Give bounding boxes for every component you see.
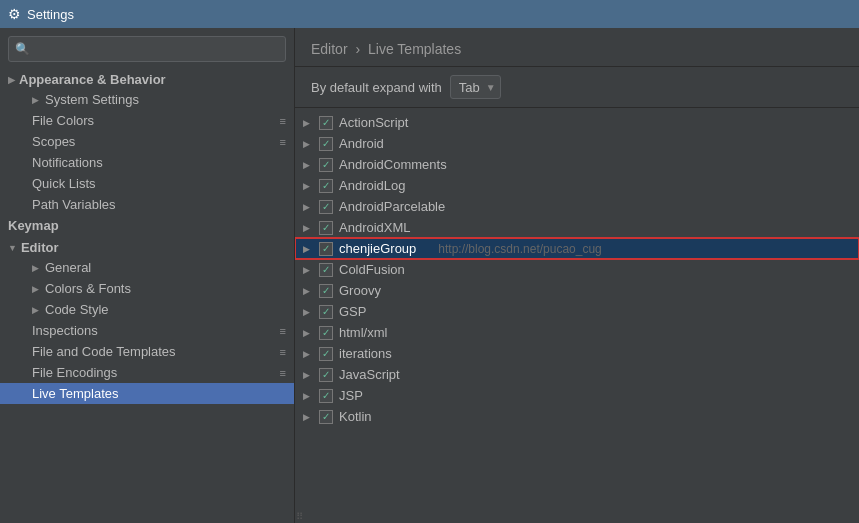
general-label: General <box>45 260 91 275</box>
app-icon: ⚙ <box>8 6 21 22</box>
template-group-item[interactable]: ▶JSP <box>295 385 859 406</box>
template-expand-arrow: ▶ <box>303 118 313 128</box>
template-checkbox[interactable] <box>319 368 333 382</box>
colors-fonts-label: Colors & Fonts <box>45 281 131 296</box>
template-checkbox[interactable] <box>319 326 333 340</box>
sidebar-item-file-code-templates[interactable]: File and Code Templates ≡ <box>0 341 294 362</box>
template-checkbox[interactable] <box>319 242 333 256</box>
sidebar-item-keymap[interactable]: Keymap <box>0 215 294 236</box>
template-group-item[interactable]: ▶ColdFusion <box>295 259 859 280</box>
template-group-item[interactable]: ▶Android <box>295 133 859 154</box>
template-expand-arrow: ▶ <box>303 139 313 149</box>
section-appearance[interactable]: ▶ Appearance & Behavior <box>0 68 294 89</box>
sidebar-item-live-templates[interactable]: Live Templates <box>0 383 294 404</box>
template-expand-arrow: ▶ <box>303 181 313 191</box>
sidebar-item-colors-fonts[interactable]: ▶ Colors & Fonts <box>0 278 294 299</box>
scopes-badge: ≡ <box>280 136 286 148</box>
template-name: GSP <box>339 304 366 319</box>
sidebar-item-system-settings[interactable]: ▶ System Settings <box>0 89 294 110</box>
content-header: Editor › Live Templates <box>295 28 859 67</box>
template-expand-arrow: ▶ <box>303 223 313 233</box>
file-code-templates-badge: ≡ <box>280 346 286 358</box>
template-checkbox[interactable] <box>319 158 333 172</box>
template-expand-arrow: ▶ <box>303 286 313 296</box>
path-variables-label: Path Variables <box>32 197 116 212</box>
template-name: AndroidParcelable <box>339 199 445 214</box>
template-group-item[interactable]: ▶GSP <box>295 301 859 322</box>
toolbar-label: By default expand with <box>311 80 442 95</box>
template-group-item[interactable]: ▶AndroidComments <box>295 154 859 175</box>
template-expand-arrow: ▶ <box>303 412 313 422</box>
template-name: html/xml <box>339 325 387 340</box>
template-expand-arrow: ▶ <box>303 391 313 401</box>
select-arrow: ▼ <box>486 82 496 93</box>
template-group-item[interactable]: ▶Groovy <box>295 280 859 301</box>
template-url-watermark: http://blog.csdn.net/pucao_cug <box>438 242 601 256</box>
file-encodings-badge: ≡ <box>280 367 286 379</box>
template-name: JavaScript <box>339 367 400 382</box>
sidebar-item-general[interactable]: ▶ General <box>0 257 294 278</box>
template-name: JSP <box>339 388 363 403</box>
appearance-arrow: ▶ <box>8 75 15 85</box>
template-group-item[interactable]: ▶ActionScript <box>295 112 859 133</box>
search-input[interactable] <box>34 42 279 57</box>
sidebar-item-inspections[interactable]: Inspections ≡ <box>0 320 294 341</box>
editor-arrow: ▼ <box>8 243 17 253</box>
template-expand-arrow: ▶ <box>303 160 313 170</box>
template-expand-arrow: ▶ <box>303 265 313 275</box>
template-checkbox[interactable] <box>319 263 333 277</box>
template-checkbox[interactable] <box>319 284 333 298</box>
system-settings-label: System Settings <box>45 92 139 107</box>
template-checkbox[interactable] <box>319 221 333 235</box>
template-checkbox[interactable] <box>319 200 333 214</box>
template-name: AndroidLog <box>339 178 406 193</box>
template-checkbox[interactable] <box>319 389 333 403</box>
breadcrumb: Editor › Live Templates <box>311 41 461 57</box>
main-layout: 🔍 ▶ Appearance & Behavior ▶ System Setti… <box>0 28 859 523</box>
template-checkbox[interactable] <box>319 305 333 319</box>
template-group-item[interactable]: ▶AndroidLog <box>295 175 859 196</box>
breadcrumb-prefix: Editor <box>311 41 348 57</box>
resize-handle[interactable]: ⠿ <box>295 511 307 523</box>
content-area: Editor › Live Templates By default expan… <box>295 28 859 523</box>
titlebar: ⚙ Settings <box>0 0 859 28</box>
template-group-item[interactable]: ▶chenjieGrouphttp://blog.csdn.net/pucao_… <box>295 238 859 259</box>
template-expand-arrow: ▶ <box>303 202 313 212</box>
search-box[interactable]: 🔍 <box>8 36 286 62</box>
sidebar-item-notifications[interactable]: Notifications <box>0 152 294 173</box>
expand-with-select[interactable]: Tab ▼ <box>450 75 501 99</box>
sidebar-item-file-encodings[interactable]: File Encodings ≡ <box>0 362 294 383</box>
template-checkbox[interactable] <box>319 137 333 151</box>
template-group-item[interactable]: ▶html/xml <box>295 322 859 343</box>
notifications-label: Notifications <box>32 155 103 170</box>
sidebar-item-path-variables[interactable]: Path Variables <box>0 194 294 215</box>
template-checkbox[interactable] <box>319 347 333 361</box>
sidebar-item-file-colors[interactable]: File Colors ≡ <box>0 110 294 131</box>
template-name: iterations <box>339 346 392 361</box>
template-name: ActionScript <box>339 115 408 130</box>
live-templates-label: Live Templates <box>32 386 118 401</box>
template-name: Kotlin <box>339 409 372 424</box>
template-group-item[interactable]: ▶iterations <box>295 343 859 364</box>
sidebar-item-quick-lists[interactable]: Quick Lists <box>0 173 294 194</box>
template-group-item[interactable]: ▶Kotlin <box>295 406 859 427</box>
template-expand-arrow: ▶ <box>303 307 313 317</box>
template-group-item[interactable]: ▶JavaScript <box>295 364 859 385</box>
editor-label: Editor <box>21 240 59 255</box>
template-list: ▶ActionScript▶Android▶AndroidComments▶An… <box>295 108 859 511</box>
sidebar-item-code-style[interactable]: ▶ Code Style <box>0 299 294 320</box>
template-checkbox[interactable] <box>319 410 333 424</box>
template-group-item[interactable]: ▶AndroidXML <box>295 217 859 238</box>
template-expand-arrow: ▶ <box>303 328 313 338</box>
file-code-templates-label: File and Code Templates <box>32 344 176 359</box>
system-settings-arrow: ▶ <box>32 95 39 105</box>
file-colors-badge: ≡ <box>280 115 286 127</box>
template-checkbox[interactable] <box>319 179 333 193</box>
sidebar-item-scopes[interactable]: Scopes ≡ <box>0 131 294 152</box>
template-checkbox[interactable] <box>319 116 333 130</box>
code-style-arrow: ▶ <box>32 305 39 315</box>
sidebar: 🔍 ▶ Appearance & Behavior ▶ System Setti… <box>0 28 295 523</box>
template-group-item[interactable]: ▶AndroidParcelable <box>295 196 859 217</box>
content-toolbar: By default expand with Tab ▼ <box>295 67 859 108</box>
section-editor[interactable]: ▼ Editor <box>0 236 294 257</box>
